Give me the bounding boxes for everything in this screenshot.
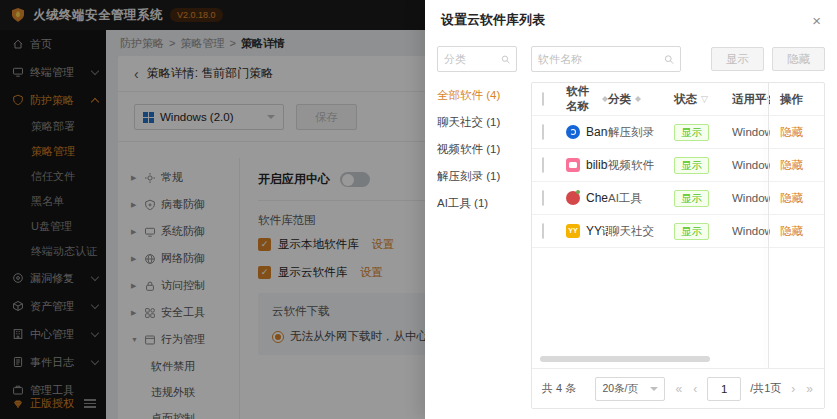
show-button[interactable]: 显示 — [711, 47, 764, 71]
row-checkbox[interactable] — [542, 124, 544, 140]
search-icon — [501, 54, 510, 65]
yy-voice-app-icon: YY — [566, 224, 580, 238]
header-platform: 适用平台 — [732, 92, 770, 107]
hide-link[interactable]: 隐藏 — [780, 225, 803, 237]
hide-link[interactable]: 隐藏 — [780, 126, 803, 138]
page-size-select[interactable]: 20条/页 — [595, 377, 665, 401]
software-name-search[interactable] — [531, 46, 681, 72]
page-count-label: /共1页 — [750, 381, 781, 396]
cloud-library-drawer: 设置云软件库列表 × 全部软件 (4) 聊天社交 (1) 视频软件 (1) 解压… — [425, 0, 837, 419]
table-header-row: 软件名称 分类 状态 ▽ 适用平台 操作 — [532, 83, 824, 116]
first-page-icon[interactable]: « — [674, 382, 683, 396]
category-panel: 全部软件 (4) 聊天社交 (1) 视频软件 (1) 解压刻录 (1) AI工具… — [437, 46, 517, 419]
chevron-down-icon — [650, 387, 658, 395]
horizontal-scrollbar[interactable] — [540, 356, 710, 362]
category-search[interactable] — [437, 46, 517, 72]
category-item-all[interactable]: 全部软件 (4) — [437, 82, 517, 109]
table-row: Cherry-Studio AI工具 显示 Windows 隐藏 — [532, 182, 824, 215]
cherry-studio-app-icon — [566, 191, 580, 205]
table-footer: 共 4 条 20条/页 « ‹ /共1页 › » — [532, 368, 824, 408]
status-badge: 显示 — [674, 223, 709, 240]
software-panel: 显示 隐藏 软件名称 分类 — [531, 46, 825, 419]
select-all-checkbox[interactable] — [542, 92, 544, 106]
category-item-chat[interactable]: 聊天社交 (1) — [437, 109, 517, 136]
last-page-icon[interactable]: » — [805, 382, 814, 396]
total-count: 共 4 条 — [542, 381, 576, 396]
prev-page-icon[interactable]: ‹ — [692, 382, 698, 396]
status-badge: 显示 — [674, 157, 709, 174]
close-icon[interactable]: × — [812, 13, 821, 28]
software-table: 软件名称 分类 状态 ▽ 适用平台 操作 — [531, 82, 825, 409]
search-icon — [664, 54, 674, 65]
category-item-archive[interactable]: 解压刻录 (1) — [437, 163, 517, 190]
category-item-video[interactable]: 视频软件 (1) — [437, 136, 517, 163]
row-checkbox[interactable] — [542, 190, 544, 206]
fixed-column-divider — [768, 83, 769, 368]
drawer-title: 设置云软件库列表 — [441, 11, 812, 29]
header-action: 操作 — [770, 92, 814, 107]
software-name-input[interactable] — [538, 53, 664, 65]
header-status: 状态 — [674, 92, 697, 107]
next-page-icon[interactable]: › — [790, 382, 796, 396]
category-list: 全部软件 (4) 聊天社交 (1) 视频软件 (1) 解压刻录 (1) AI工具… — [437, 82, 517, 217]
header-name: 软件名称 — [566, 84, 596, 114]
category-item-ai[interactable]: AI工具 (1) — [437, 190, 517, 217]
table-row: Bandizip 解压刻录 显示 Windows 隐藏 — [532, 116, 824, 149]
hide-button[interactable]: 隐藏 — [772, 47, 825, 71]
row-checkbox[interactable] — [542, 157, 544, 173]
row-checkbox[interactable] — [542, 223, 544, 239]
status-badge: 显示 — [674, 190, 709, 207]
table-row: bilibili 视频软件 显示 Windows 隐藏 — [532, 149, 824, 182]
funnel-icon[interactable]: ▽ — [701, 94, 708, 104]
header-category: 分类 — [608, 92, 631, 107]
status-badge: 显示 — [674, 124, 709, 141]
page-number-input[interactable] — [707, 377, 741, 401]
bandizip-app-icon — [566, 125, 580, 139]
category-search-input[interactable] — [444, 53, 501, 65]
hide-link[interactable]: 隐藏 — [780, 192, 803, 204]
sort-icon[interactable] — [635, 93, 641, 105]
hide-link[interactable]: 隐藏 — [780, 159, 803, 171]
bilibili-app-icon — [566, 158, 580, 172]
screen: 火绒终端安全管理系统 V2.0.18.0 首页 终端管理 防护策略 策略部署 策… — [0, 0, 837, 419]
table-row: YYYY语音 聊天社交 显示 Windows 隐藏 — [532, 215, 824, 248]
